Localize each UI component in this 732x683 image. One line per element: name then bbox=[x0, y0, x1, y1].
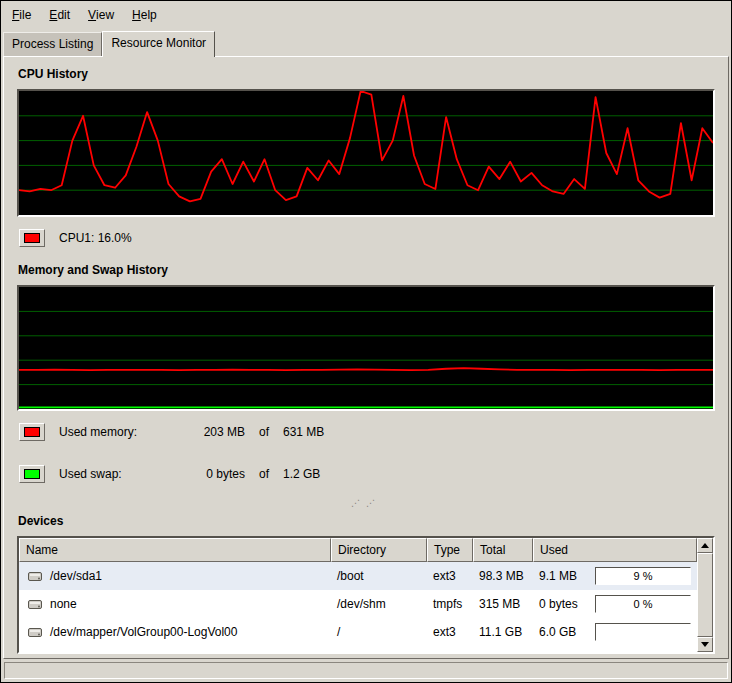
used-swap-color-button[interactable] bbox=[19, 465, 45, 483]
system-monitor-window: File Edit View Help Process Listing Reso… bbox=[0, 0, 732, 683]
status-bar bbox=[4, 662, 728, 679]
used-memory-legend-row: Used memory: 203 MB of 631 MB bbox=[19, 421, 715, 443]
usage-progressbar: 9 % bbox=[595, 567, 691, 585]
disk-icon bbox=[27, 625, 44, 639]
devices-table-header: Name Directory Type Total Used bbox=[19, 538, 697, 562]
progress-label: 54 % bbox=[596, 624, 690, 640]
memory-swap-title: Memory and Swap History bbox=[18, 263, 715, 277]
used-swap-color-swatch bbox=[24, 469, 40, 479]
device-type: tmpfs bbox=[433, 597, 462, 611]
cpu-legend-row: CPU1: 16.0% bbox=[19, 227, 715, 249]
cpu1-legend-label: CPU1: 16.0% bbox=[59, 231, 132, 245]
used-memory-color-swatch bbox=[24, 427, 40, 437]
column-header-total[interactable]: Total bbox=[473, 538, 533, 562]
device-directory: /dev/shm bbox=[337, 597, 386, 611]
used-swap-total: 1.2 GB bbox=[283, 467, 320, 481]
memory-swap-graph bbox=[17, 285, 715, 411]
scroll-down-button[interactable] bbox=[697, 637, 713, 652]
column-header-name[interactable]: Name bbox=[19, 538, 331, 562]
column-header-type[interactable]: Type bbox=[427, 538, 473, 562]
used-memory-value: 203 MB bbox=[167, 425, 245, 439]
resource-monitor-page: CPU History CPU1: 16.0% Memory and Swap … bbox=[3, 56, 729, 659]
device-type: ext3 bbox=[433, 569, 456, 583]
used-memory-label: Used memory: bbox=[59, 425, 167, 439]
menu-edit[interactable]: Edit bbox=[40, 1, 79, 29]
cpu1-color-button[interactable] bbox=[19, 229, 45, 247]
tab-process-listing[interactable]: Process Listing bbox=[3, 32, 102, 56]
used-swap-legend-row: Used swap: 0 bytes of 1.2 GB bbox=[19, 463, 715, 485]
column-header-directory[interactable]: Directory bbox=[331, 538, 427, 562]
usage-progressbar: 0 % bbox=[595, 595, 691, 613]
progress-label: 0 % bbox=[596, 596, 690, 612]
cpu-history-graph bbox=[17, 89, 715, 217]
device-name: /dev/sda1 bbox=[50, 569, 102, 583]
used-memory-color-button[interactable] bbox=[19, 423, 45, 441]
menu-help[interactable]: Help bbox=[123, 1, 166, 29]
tab-strip: Process Listing Resource Monitor bbox=[1, 29, 731, 56]
memory-swap-chart bbox=[19, 287, 713, 409]
progress-label: 9 % bbox=[596, 568, 690, 584]
cpu-history-chart bbox=[19, 91, 713, 215]
device-total: 315 MB bbox=[479, 597, 520, 611]
menu-file[interactable]: File bbox=[3, 1, 40, 29]
column-header-used[interactable]: Used bbox=[533, 538, 697, 562]
device-directory: /boot bbox=[337, 569, 364, 583]
device-used: 6.0 GB bbox=[539, 625, 593, 639]
tab-label: Process Listing bbox=[12, 37, 93, 51]
tab-resource-monitor[interactable]: Resource Monitor bbox=[102, 31, 215, 57]
cpu-history-title: CPU History bbox=[18, 67, 715, 81]
devices-scrollbar[interactable] bbox=[697, 538, 713, 652]
used-swap-of: of bbox=[245, 467, 283, 481]
used-swap-label: Used swap: bbox=[59, 467, 167, 481]
scrollbar-thumb[interactable] bbox=[697, 553, 713, 637]
device-name: /dev/mapper/VolGroup00-LogVol00 bbox=[50, 625, 237, 639]
device-row-dev-sda1[interactable]: /dev/sda1 /boot ext3 98.3 MB 9.1 MB 9 % bbox=[19, 562, 697, 590]
down-arrow-icon bbox=[701, 642, 709, 647]
scroll-up-button[interactable] bbox=[697, 538, 713, 553]
devices-title: Devices bbox=[18, 514, 715, 528]
device-total: 11.1 GB bbox=[479, 625, 522, 639]
device-row-mapper-volgroup[interactable]: /dev/mapper/VolGroup00-LogVol00 / ext3 1… bbox=[19, 618, 697, 646]
used-memory-total: 631 MB bbox=[283, 425, 324, 439]
tab-label: Resource Monitor bbox=[111, 36, 206, 50]
disk-icon bbox=[27, 597, 44, 611]
pane-handle-grip[interactable]: ⋰⋰ bbox=[17, 497, 715, 508]
used-memory-of: of bbox=[245, 425, 283, 439]
device-directory: / bbox=[337, 625, 340, 639]
device-type: ext3 bbox=[433, 625, 456, 639]
disk-icon bbox=[27, 569, 44, 583]
device-used: 0 bytes bbox=[539, 597, 593, 611]
device-total: 98.3 MB bbox=[479, 569, 524, 583]
used-swap-value: 0 bytes bbox=[167, 467, 245, 481]
up-arrow-icon bbox=[701, 543, 709, 548]
device-name: none bbox=[50, 597, 77, 611]
menu-view[interactable]: View bbox=[79, 1, 123, 29]
device-used: 9.1 MB bbox=[539, 569, 593, 583]
usage-progressbar: 54 % bbox=[595, 623, 691, 641]
device-row-none[interactable]: none /dev/shm tmpfs 315 MB 0 bytes 0 % bbox=[19, 590, 697, 618]
cpu1-color-swatch bbox=[24, 233, 40, 243]
devices-table: Name Directory Type Total Used /dev/sd bbox=[19, 538, 697, 652]
devices-table-frame: Name Directory Type Total Used /dev/sd bbox=[17, 536, 715, 654]
menubar: File Edit View Help bbox=[1, 1, 731, 29]
